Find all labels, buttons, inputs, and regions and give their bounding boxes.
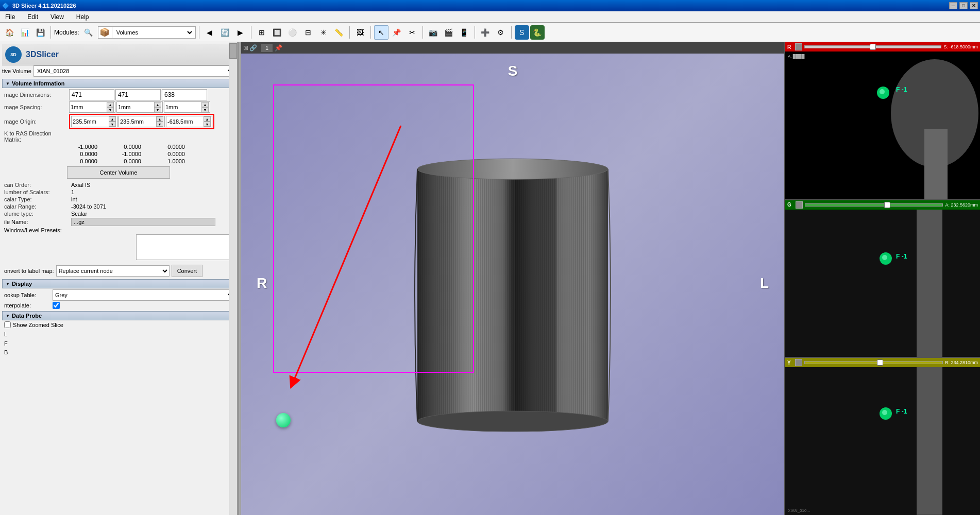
slicer-brand: 3DSlicer: [26, 50, 59, 59]
toolbar-back-btn[interactable]: ◀: [202, 25, 217, 40]
probe-values: L F B: [2, 330, 235, 357]
slicer-logo: 3D: [5, 46, 22, 63]
viewport-controls-left: ⊠ 🔗: [243, 44, 257, 52]
origin-x-up[interactable]: ▲: [109, 116, 116, 122]
toolbar-home-btn[interactable]: 🏠: [2, 25, 16, 40]
scalar-type-row: calar Type: int: [2, 196, 235, 202]
minimize-button[interactable]: ─: [949, 2, 957, 9]
slice-slider-green[interactable]: [805, 203, 943, 207]
toolbar-forward-btn[interactable]: 🔄: [218, 25, 232, 40]
toolbar-sep-1: [50, 26, 51, 39]
toolbar-markups-btn[interactable]: 📌: [390, 25, 404, 40]
slice-canvas-yellow[interactable]: F -1 XIAN_010...: [785, 367, 980, 515]
origin-z-spinbox[interactable]: ▲▼: [166, 116, 212, 127]
spacing-z-up[interactable]: ▲: [201, 102, 209, 107]
origin-y-spinbox[interactable]: ▲▼: [119, 116, 165, 127]
slice-canvas-red[interactable]: F -1 A: ████: [785, 52, 980, 199]
toolbar-ruler-btn[interactable]: 📏: [332, 25, 346, 40]
toolbar-data-btn[interactable]: 📊: [18, 25, 32, 40]
toolbar-slicer-btn[interactable]: S: [515, 25, 529, 40]
toolbar-sphere-btn[interactable]: ⚪: [285, 25, 300, 40]
viewport-3d-canvas[interactable]: S R L: [241, 54, 784, 515]
origin-x-input[interactable]: [73, 118, 109, 125]
show-zoomed-checkbox[interactable]: [4, 321, 11, 328]
toolbar-ext-btn[interactable]: ⚙: [494, 25, 508, 40]
toolbar-cursor-btn[interactable]: ↖: [374, 25, 388, 40]
toolbar-scissors-btn[interactable]: ✂: [405, 25, 419, 40]
spacing-y-spinbox[interactable]: ▲▼: [116, 101, 163, 113]
origin-y-up[interactable]: ▲: [156, 116, 163, 122]
menu-file[interactable]: File: [2, 12, 18, 22]
viewport-link[interactable]: 🔗: [249, 44, 257, 52]
show-zoomed-row: Show Zoomed Slice: [2, 321, 235, 328]
slice-canvas-green[interactable]: F -1: [785, 210, 980, 357]
matrix-cell-11: -1.0000: [113, 151, 141, 157]
toolbar-grid-btn[interactable]: ⊟: [301, 25, 315, 40]
center-volume-button[interactable]: Center Volume: [67, 166, 170, 179]
origin-x-spinbox[interactable]: ▲▼: [71, 116, 117, 127]
panel-content: 3D 3DSlicer tive Volume XIAN_01028 ▼ Vol…: [0, 42, 237, 515]
module-dropdown[interactable]: Volumes: [112, 26, 194, 39]
viewport-tab-1[interactable]: 1: [261, 44, 273, 52]
toolbar-device-btn[interactable]: 📱: [457, 25, 471, 40]
scroll-indicator[interactable]: [229, 42, 237, 515]
slice-link-y[interactable]: [795, 359, 802, 366]
slice-slider-red[interactable]: [804, 45, 941, 48]
wl-presets-textarea[interactable]: [136, 234, 237, 260]
spacing-z-down[interactable]: ▼: [201, 107, 209, 112]
section-label-probe: Data Probe: [12, 313, 42, 319]
slice-slider-yellow[interactable]: [804, 361, 943, 364]
toolbar-save-btn[interactable]: 💾: [33, 25, 47, 40]
section-display[interactable]: ▼ Display: [2, 279, 235, 288]
close-button[interactable]: ✕: [970, 2, 978, 9]
toolbar-plus-btn[interactable]: ➕: [478, 25, 493, 40]
matrix-cell-02: 0.0000: [157, 144, 185, 150]
origin-z-input[interactable]: [167, 118, 204, 125]
spacing-z-input[interactable]: [165, 104, 201, 110]
matrix-row-2: 0.0000 0.0000 1.0000: [69, 158, 235, 164]
spacing-x-spinbox[interactable]: ▲▼: [69, 101, 115, 113]
slice-label-r: R: [787, 44, 791, 50]
active-volume-select[interactable]: XIAN_01028: [33, 65, 235, 77]
origin-z-down[interactable]: ▼: [204, 122, 211, 127]
toolbar-sep-8: [511, 26, 512, 39]
convert-dropdown[interactable]: Replace current node: [56, 265, 170, 277]
convert-button[interactable]: Convert: [172, 265, 203, 277]
toolbar-reload-btn[interactable]: ▶: [233, 25, 248, 40]
spacing-x-down[interactable]: ▼: [107, 107, 114, 112]
toolbar-layout-btn[interactable]: ⊞: [255, 25, 269, 40]
spacing-y-up[interactable]: ▲: [154, 102, 161, 107]
toolbar-camera-btn[interactable]: 📷: [426, 25, 441, 40]
section-data-probe[interactable]: ▼ Data Probe: [2, 311, 235, 320]
toolbar-capture-btn[interactable]: 🖼: [353, 25, 367, 40]
lookup-table-dropdown[interactable]: Grey Viridis Inferno: [53, 289, 235, 301]
origin-x-down[interactable]: ▼: [109, 122, 116, 127]
menu-edit[interactable]: Edit: [24, 12, 41, 22]
slice-link-r[interactable]: [795, 43, 802, 50]
spacing-y-input[interactable]: [118, 104, 154, 110]
toolbar-3d-btn[interactable]: 🔲: [270, 25, 284, 40]
section-volume-info[interactable]: ▼ Volume Information: [2, 79, 235, 88]
file-name-value: ...gz: [71, 218, 215, 226]
toolbar-star-btn[interactable]: ✳: [316, 25, 331, 40]
toolbar-python-btn[interactable]: 🐍: [530, 25, 545, 40]
spacing-z-spinbox[interactable]: ▲▼: [164, 101, 210, 113]
interpolate-checkbox[interactable]: [53, 302, 60, 309]
toolbar-record-btn[interactable]: 🎬: [442, 25, 456, 40]
slice-header-green: G A: 232.5620mm: [785, 200, 980, 210]
menu-help[interactable]: Help: [73, 12, 92, 22]
maximize-button[interactable]: □: [959, 2, 968, 9]
origin-z-up[interactable]: ▲: [204, 116, 211, 122]
slice-link-g[interactable]: [796, 201, 803, 209]
spacing-y-down[interactable]: ▼: [154, 107, 161, 112]
scroll-thumb[interactable]: [229, 43, 237, 59]
spacing-x-up[interactable]: ▲: [107, 102, 114, 107]
toolbar-sep-2: [199, 26, 199, 39]
origin-y-input[interactable]: [120, 118, 156, 125]
menu-view[interactable]: View: [47, 12, 67, 22]
viewport-zoom-fit[interactable]: ⊠: [243, 44, 248, 52]
svg-rect-10: [924, 129, 948, 199]
search-module-btn[interactable]: 🔍: [81, 25, 96, 40]
spacing-x-input[interactable]: [71, 104, 107, 110]
origin-y-down[interactable]: ▼: [156, 122, 163, 127]
